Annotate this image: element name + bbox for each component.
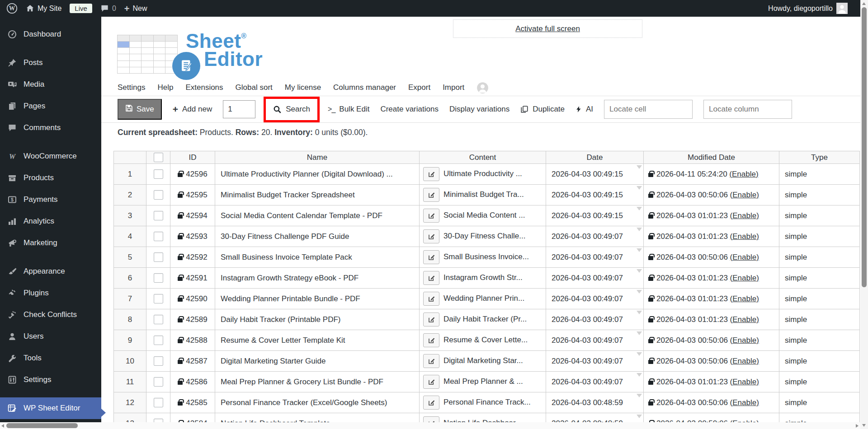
content-cell[interactable]: Social Media Content ... [420, 205, 546, 226]
enable-link[interactable]: (Enable) [730, 419, 759, 423]
id-cell[interactable]: 42596 [170, 164, 215, 185]
column-header-type[interactable]: Type [779, 151, 860, 164]
content-cell[interactable]: Instagram Growth Str... [420, 268, 546, 289]
date-cell[interactable]: 2026-04-03 00:49:07 [546, 351, 644, 372]
menu-item-columns-manager[interactable]: Columns manager [333, 83, 396, 92]
content-cell[interactable]: Notion Life Dashboar... [420, 413, 546, 423]
id-cell[interactable]: 42590 [170, 289, 215, 309]
date-cell[interactable]: 2026-04-03 00:48:59 [546, 413, 644, 423]
date-cell[interactable]: 2026-04-03 00:49:15 [546, 164, 644, 185]
date-cell[interactable]: 2026-04-03 00:49:07 [546, 309, 644, 330]
type-cell[interactable]: simple [779, 413, 860, 423]
date-dropdown-icon[interactable] [637, 352, 642, 356]
date-dropdown-icon[interactable] [637, 415, 642, 418]
admin-bar-new[interactable]: + New [124, 4, 147, 13]
date-cell[interactable]: 2026-04-03 00:49:07 [546, 330, 644, 351]
type-cell[interactable]: simple [779, 309, 860, 330]
sidebar-item-woocommerce[interactable]: WWooCommerce [0, 145, 101, 167]
sidebar-item-settings[interactable]: Settings [0, 369, 101, 391]
date-dropdown-icon[interactable] [637, 331, 642, 335]
type-cell[interactable]: simple [779, 185, 860, 205]
bulk-edit-button[interactable]: >_ Bulk Edit [328, 105, 369, 114]
edit-content-button[interactable] [423, 333, 439, 347]
sidebar-item-pages[interactable]: Pages [0, 95, 101, 117]
menu-item-export[interactable]: Export [408, 83, 430, 92]
row-checkbox[interactable] [154, 169, 163, 179]
date-cell[interactable]: 2026-04-03 00:49:07 [546, 289, 644, 309]
edit-content-button[interactable] [423, 354, 439, 368]
date-dropdown-icon[interactable] [637, 186, 642, 190]
row-checkbox[interactable] [154, 294, 163, 303]
id-cell[interactable]: 42592 [170, 247, 215, 268]
edit-content-button[interactable] [423, 375, 439, 389]
add-new-button[interactable]: + Add new [173, 104, 212, 115]
sidebar-item-appearance[interactable]: Appearance [0, 261, 101, 282]
content-cell[interactable]: Meal Prep Planner & ... [420, 372, 546, 392]
column-header-name[interactable]: Name [215, 151, 420, 164]
date-cell[interactable]: 2026-04-03 00:49:07 [546, 226, 644, 247]
date-dropdown-icon[interactable] [637, 165, 642, 169]
sidebar-item-dashboard[interactable]: Dashboard [0, 23, 101, 45]
sidebar-item-products[interactable]: Products [0, 167, 101, 189]
menu-item-my-license[interactable]: My license [285, 83, 321, 92]
modified-date-cell[interactable]: 2026-04-03 01:01:23 (Enable) [644, 289, 779, 309]
scroll-left-icon[interactable] [1, 424, 4, 428]
date-cell[interactable]: 2026-04-03 00:49:15 [546, 185, 644, 205]
menu-item-extensions[interactable]: Extensions [185, 83, 223, 92]
row-checkbox[interactable] [154, 398, 163, 407]
sidebar-item-media[interactable]: Media [0, 74, 101, 95]
modified-date-cell[interactable]: 2026-04-03 00:50:06 (Enable) [644, 330, 779, 351]
name-cell[interactable]: Notion Life Dashboard Template [215, 413, 420, 423]
date-dropdown-icon[interactable] [637, 228, 642, 231]
vertical-scrollbar[interactable] [860, 0, 868, 429]
live-badge[interactable]: Live [70, 4, 92, 13]
edit-content-button[interactable] [423, 229, 439, 243]
duplicate-button[interactable]: Duplicate [520, 105, 565, 114]
id-cell[interactable]: 42593 [170, 226, 215, 247]
date-dropdown-icon[interactable] [637, 394, 642, 397]
date-cell[interactable]: 2026-04-03 00:49:07 [546, 372, 644, 392]
column-header-id[interactable]: ID [170, 151, 215, 164]
sidebar-item-users[interactable]: Users [0, 326, 101, 347]
edit-content-button[interactable] [423, 271, 439, 285]
row-number[interactable]: 3 [114, 205, 146, 226]
type-cell[interactable]: simple [779, 268, 860, 289]
name-cell[interactable]: Instagram Growth Strategy eBook - PDF [215, 268, 420, 289]
row-checkbox[interactable] [154, 190, 163, 200]
row-checkbox[interactable] [154, 252, 163, 262]
add-rows-count-input[interactable] [223, 100, 255, 118]
ai-button[interactable]: AI [576, 105, 593, 114]
row-number[interactable]: 2 [114, 185, 146, 205]
row-number[interactable]: 1 [114, 164, 146, 185]
type-cell[interactable]: simple [779, 205, 860, 226]
wordpress-logo-icon[interactable]: W [6, 3, 18, 14]
row-number[interactable]: 11 [114, 372, 146, 392]
modified-date-cell[interactable]: 2026-04-11 05:24:20 (Enable) [644, 164, 779, 185]
type-cell[interactable]: simple [779, 351, 860, 372]
id-cell[interactable]: 42587 [170, 351, 215, 372]
content-cell[interactable]: Wedding Planner Prin... [420, 289, 546, 309]
horizontal-scrollbar[interactable] [0, 422, 860, 429]
horizontal-scrollbar-thumb[interactable] [6, 423, 78, 428]
sidebar-item-tools[interactable]: Tools [0, 347, 101, 369]
scroll-up-icon[interactable] [862, 2, 866, 5]
modified-date-cell[interactable]: 2026-04-03 00:50:06 (Enable) [644, 185, 779, 205]
row-checkbox[interactable] [154, 211, 163, 220]
row-checkbox[interactable] [154, 273, 163, 283]
enable-link[interactable]: (Enable) [730, 294, 759, 303]
row-number[interactable]: 7 [114, 289, 146, 309]
modified-date-cell[interactable]: 2026-04-03 00:50:06 (Enable) [644, 247, 779, 268]
modified-date-cell[interactable]: 2026-04-03 01:01:23 (Enable) [644, 226, 779, 247]
display-variations-button[interactable]: Display variations [449, 105, 509, 114]
menu-item-settings[interactable]: Settings [118, 83, 145, 92]
name-cell[interactable]: Wedding Planner Printable Bundle - PDF [215, 289, 420, 309]
content-cell[interactable]: Ultimate Productivity ... [420, 164, 546, 185]
sidebar-item-plugins[interactable]: Plugins [0, 282, 101, 304]
vertical-scrollbar-thumb[interactable] [862, 7, 867, 287]
date-cell[interactable]: 2026-04-03 00:49:07 [546, 247, 644, 268]
type-cell[interactable]: simple [779, 164, 860, 185]
sidebar-item-wp-sheet-editor[interactable]: WP Sheet Editor [0, 397, 101, 419]
row-checkbox[interactable] [154, 232, 163, 241]
column-header-content[interactable]: Content [420, 151, 546, 164]
admin-bar-comments[interactable]: 0 [100, 4, 116, 13]
